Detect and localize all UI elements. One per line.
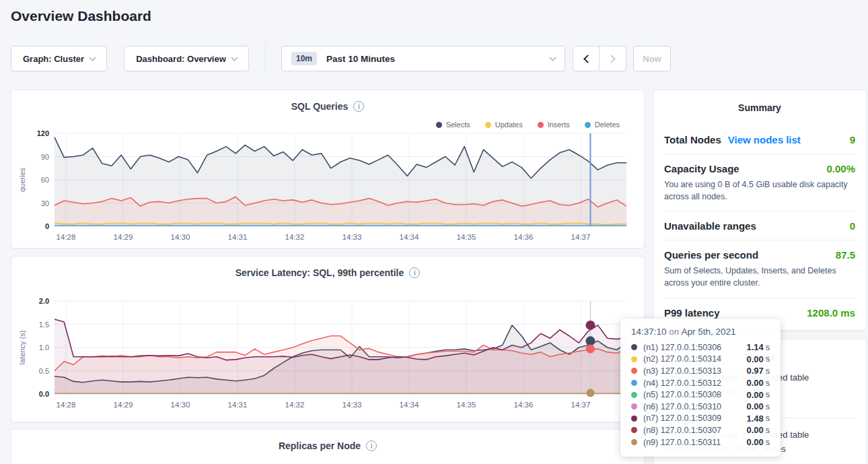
now-button-label: Now (643, 54, 661, 64)
tooltip-timestamp: 14:37:10 on Apr 5th, 2021 (631, 327, 770, 337)
tooltip-node-value: 0.00 (746, 354, 763, 364)
svg-text:14:32: 14:32 (285, 233, 305, 241)
tooltip-node-label: (n4) 127.0.0.1:50312 (643, 378, 721, 388)
chevron-down-icon (89, 54, 96, 61)
legend-dot-icon (436, 122, 442, 128)
summary-panel-title: Summary (653, 102, 866, 113)
svg-text:14:34: 14:34 (400, 401, 419, 409)
now-button[interactable]: Now (633, 46, 671, 71)
tooltip-node-label: (n3) 127.0.0.1:50313 (643, 366, 721, 376)
summary-row-value: 0.00% (826, 163, 855, 174)
node-color-dot-icon (631, 427, 637, 433)
summary-row-value: 9 (850, 134, 855, 145)
svg-text:14:29: 14:29 (114, 233, 133, 241)
tooltip-node-unit: s (766, 402, 770, 411)
chevron-down-icon (550, 54, 556, 61)
svg-text:14:31: 14:31 (228, 401, 248, 409)
node-color-dot-icon (631, 416, 637, 422)
tooltip-node-value: 0.00 (746, 390, 763, 400)
summary-row-head: Queries per second87.5 (664, 249, 855, 261)
tooltip-node-label: (n2) 127.0.0.1:50314 (643, 354, 721, 364)
service-latency-title-text: Service Latency: SQL, 99th percentile (236, 267, 404, 278)
svg-text:120: 120 (37, 129, 49, 137)
view-nodes-list-link[interactable]: View nodes list (728, 134, 801, 145)
summary-row: Capacity Usage0.00%You are using 0 B of … (664, 154, 855, 211)
node-color-dot-icon (631, 380, 637, 386)
summary-row-label: Unavailable ranges (664, 220, 756, 232)
svg-text:14:33: 14:33 (342, 233, 362, 241)
svg-text:14:35: 14:35 (457, 401, 476, 409)
svg-text:30: 30 (41, 199, 49, 207)
info-icon[interactable]: i (353, 101, 364, 112)
summary-rows: Total NodesView nodes list9Capacity Usag… (664, 125, 855, 327)
svg-text:2.0: 2.0 (39, 297, 49, 305)
tooltip-node-label: (n8) 127.0.0.1:50307 (643, 426, 721, 435)
svg-text:14:33: 14:33 (342, 401, 362, 409)
time-range-dropdown[interactable]: 10m Past 10 Minutes (281, 46, 565, 71)
tooltip-node-unit: s (766, 354, 770, 364)
tooltip-node-value: 0.00 (746, 425, 763, 435)
sql-queries-chart[interactable]: 14:2814:2914:3014:3114:3214:3314:3414:35… (11, 128, 645, 246)
svg-text:14:28: 14:28 (57, 233, 76, 241)
tooltip-node-row: (n8) 127.0.0.1:503070.00s (631, 424, 770, 436)
svg-text:14:29: 14:29 (114, 401, 133, 409)
svg-text:14:37: 14:37 (571, 233, 591, 241)
dashboard-dropdown[interactable]: Dashboard: Overview (124, 46, 249, 71)
info-icon[interactable]: i (409, 267, 420, 278)
tooltip-node-unit: s (766, 366, 770, 376)
tooltip-node-row: (n5) 127.0.0.1:503080.00s (631, 389, 770, 401)
tooltip-node-unit: s (766, 413, 770, 423)
time-prev-button[interactable] (573, 46, 600, 71)
info-icon[interactable]: i (366, 440, 377, 451)
svg-text:14:36: 14:36 (514, 401, 534, 409)
graph-dropdown-label: Graph: Cluster (23, 54, 84, 64)
tooltip-node-row: (n9) 127.0.0.1:503110.00s (631, 436, 770, 449)
summary-row-label: Capacity Usage (664, 163, 739, 174)
legend-dot-icon (538, 122, 544, 128)
tooltip-node-value: 1.48 (746, 413, 763, 424)
tooltip-node-row: (n1) 127.0.0.1:503061.14s (631, 341, 770, 354)
time-next-button[interactable] (600, 46, 626, 71)
node-color-dot-icon (631, 439, 637, 445)
svg-text:14:31: 14:31 (228, 233, 248, 241)
node-color-dot-icon (631, 356, 637, 362)
tooltip-date: Apr 5th, 2021 (681, 327, 735, 337)
sql-queries-card: SQL Queries i SelectsUpdatesInsertsDelet… (11, 90, 645, 248)
svg-text:14:32: 14:32 (285, 401, 305, 409)
svg-text:1.5: 1.5 (39, 321, 49, 329)
replicas-per-node-title-text: Replicas per Node (279, 440, 361, 451)
summary-row-description: You are using 0 B of 4.5 GiB usable disk… (664, 178, 855, 203)
replicas-per-node-card: Replicas per Node i (11, 429, 645, 464)
tooltip-rows: (n1) 127.0.0.1:503061.14s(n2) 127.0.0.1:… (631, 341, 770, 448)
svg-text:latency (s): latency (s) (18, 331, 26, 365)
tooltip-node-value: 0.97 (746, 366, 763, 376)
node-color-dot-icon (631, 403, 637, 409)
service-latency-chart[interactable]: 14:2814:2914:3014:3114:3214:3314:3414:35… (11, 296, 645, 414)
svg-text:14:30: 14:30 (171, 233, 190, 241)
svg-text:60: 60 (41, 176, 49, 184)
tooltip-node-label: (n5) 127.0.0.1:50308 (643, 390, 721, 399)
tooltip-node-unit: s (766, 426, 770, 435)
tooltip-node-label: (n6) 127.0.0.1:50310 (643, 402, 721, 411)
tooltip-node-value: 0.00 (746, 401, 763, 411)
graph-dropdown[interactable]: Graph: Cluster (11, 46, 107, 71)
summary-row-head: Total NodesView nodes list9 (664, 134, 855, 145)
summary-panel: Summary Total NodesView nodes list9Capac… (653, 90, 867, 331)
svg-text:0.5: 0.5 (39, 367, 49, 375)
svg-text:14:30: 14:30 (171, 401, 190, 409)
tooltip-node-value: 1.14 (746, 342, 763, 352)
svg-text:90: 90 (41, 153, 49, 161)
service-latency-title: Service Latency: SQL, 99th percentile i (11, 267, 644, 278)
summary-row-label: Total Nodes (664, 134, 721, 145)
tooltip-node-unit: s (766, 378, 770, 388)
svg-text:queries: queries (18, 167, 26, 192)
summary-row-value: 0 (850, 220, 855, 232)
replicas-per-node-title: Replicas per Node i (11, 440, 644, 451)
time-nav-group (573, 46, 626, 71)
tooltip-time: 14:37:10 (631, 327, 667, 337)
summary-row: Unavailable ranges0 (664, 211, 855, 240)
svg-text:0: 0 (45, 222, 49, 230)
tooltip-node-label: (n9) 127.0.0.1:50311 (643, 438, 721, 447)
summary-row-label: Queries per second (664, 249, 758, 261)
svg-text:1.0: 1.0 (39, 343, 49, 352)
